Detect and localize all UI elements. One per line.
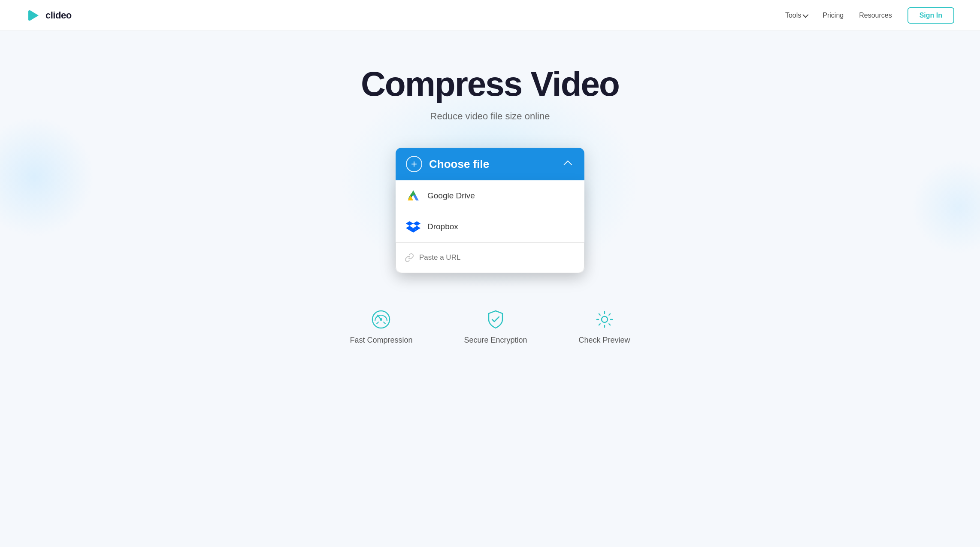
page-title: Compress Video xyxy=(361,65,619,103)
svg-marker-7 xyxy=(406,221,413,226)
blob-left xyxy=(0,117,94,237)
google-drive-icon xyxy=(406,188,420,203)
logo-text: clideo xyxy=(45,10,72,21)
check-preview-label: Check Preview xyxy=(579,336,630,345)
sign-in-button[interactable]: Sign In xyxy=(907,7,954,24)
svg-point-14 xyxy=(602,316,608,322)
fast-compression-label: Fast Compression xyxy=(350,336,412,345)
upload-widget: + Choose file Google Drive xyxy=(396,148,584,273)
secure-encryption-label: Secure Encryption xyxy=(464,336,527,345)
svg-marker-6 xyxy=(411,190,416,195)
plus-circle-icon: + xyxy=(406,156,422,172)
link-icon xyxy=(405,253,414,262)
features-section: Fast Compression Secure Encryption Check… xyxy=(350,307,630,362)
dropbox-label: Dropbox xyxy=(427,222,458,231)
choose-file-button[interactable]: + Choose file xyxy=(396,148,584,180)
svg-marker-5 xyxy=(408,195,413,200)
speedometer-icon xyxy=(369,307,393,331)
url-input[interactable] xyxy=(419,253,575,262)
svg-marker-0 xyxy=(30,10,39,21)
svg-point-13 xyxy=(380,318,382,321)
feature-fast-compression: Fast Compression xyxy=(350,307,412,345)
feature-secure-encryption: Secure Encryption xyxy=(464,307,527,345)
blob-right xyxy=(911,160,980,254)
feature-check-preview: Check Preview xyxy=(579,307,630,345)
google-drive-label: Google Drive xyxy=(427,191,475,201)
choose-file-label: Choose file xyxy=(429,158,489,171)
nav-resources[interactable]: Resources xyxy=(859,12,892,19)
google-drive-option[interactable]: Google Drive xyxy=(396,180,584,211)
shield-icon xyxy=(484,307,508,331)
chevron-up-icon xyxy=(560,157,574,171)
dropbox-option[interactable]: Dropbox xyxy=(396,211,584,242)
hero-section: Compress Video Reduce video file size on… xyxy=(0,31,980,379)
svg-rect-1 xyxy=(28,10,30,21)
logo[interactable]: clideo xyxy=(26,8,72,23)
chevron-down-icon xyxy=(803,12,809,18)
choose-file-left: + Choose file xyxy=(406,156,489,172)
gear-icon xyxy=(593,307,617,331)
page-subtitle: Reduce video file size online xyxy=(430,111,550,122)
upload-dropdown: Google Drive Dropbox xyxy=(396,180,584,273)
url-input-row xyxy=(396,242,584,273)
header: clideo Tools Pricing Resources Sign In xyxy=(0,0,980,31)
nav-pricing[interactable]: Pricing xyxy=(823,12,844,19)
clideo-logo-icon xyxy=(26,8,41,23)
main-nav: Tools Pricing Resources Sign In xyxy=(785,7,954,24)
nav-tools[interactable]: Tools xyxy=(785,12,807,19)
dropbox-icon xyxy=(406,219,420,234)
svg-marker-8 xyxy=(413,221,420,226)
